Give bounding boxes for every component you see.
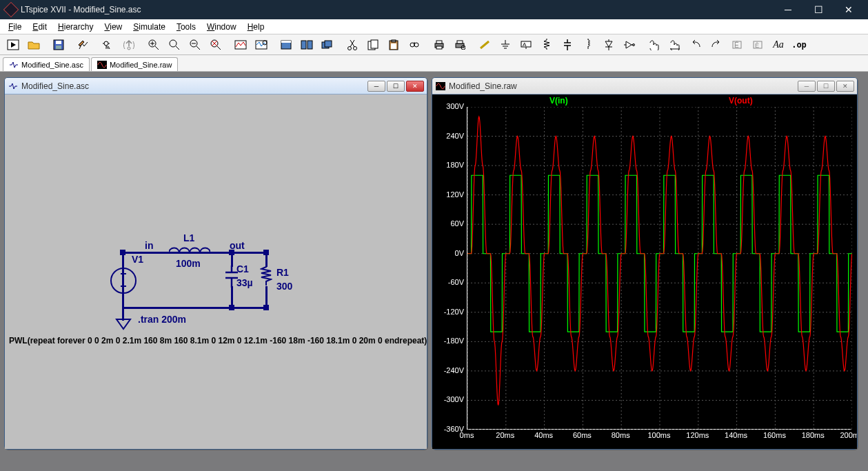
voltage-source-symbol[interactable]: [110, 267, 137, 294]
draw-wire-button[interactable]: [475, 37, 494, 53]
plot-area[interactable]: [467, 107, 851, 430]
move-button[interactable]: [645, 37, 664, 53]
y-axis-tick: -120V: [432, 308, 464, 316]
svg-rect-33: [457, 41, 463, 43]
schematic-titlebar[interactable]: Modified_Sine.asc ─ ☐ ✕: [5, 78, 427, 94]
x-axis-tick: 160ms: [760, 431, 788, 439]
net-label-in[interactable]: in: [145, 240, 153, 251]
svg-rect-46: [229, 305, 234, 310]
plot-canvas[interactable]: V(in) V(out) 300V240V180V120V60V0V-60V-1…: [432, 94, 857, 449]
autorange-y-button[interactable]: [252, 37, 271, 53]
svg-rect-19: [325, 41, 332, 47]
open-button[interactable]: [24, 37, 43, 53]
inductor-name[interactable]: L1: [183, 232, 194, 243]
resistor-button[interactable]: [537, 37, 556, 53]
child-minimize-button[interactable]: ─: [798, 81, 816, 92]
tile-windows-button[interactable]: [276, 37, 296, 53]
diode-button[interactable]: [599, 37, 618, 53]
mirror-button[interactable]: Ê: [748, 37, 767, 53]
capacitor-value[interactable]: 33µ: [236, 277, 253, 288]
redo-button[interactable]: [707, 37, 726, 53]
svg-rect-23: [371, 40, 378, 48]
zoom-out-button[interactable]: [185, 37, 205, 53]
resistor-value[interactable]: 300: [276, 281, 292, 292]
print-button[interactable]: [430, 37, 449, 53]
menu-file[interactable]: File: [3, 21, 27, 33]
svg-rect-47: [263, 305, 269, 310]
label-net-button[interactable]: A: [516, 37, 536, 53]
node: [263, 249, 270, 256]
menu-edit[interactable]: Edit: [27, 21, 52, 33]
new-schematic-button[interactable]: [3, 37, 23, 53]
menu-view[interactable]: View: [99, 21, 128, 33]
control-panel-button[interactable]: [74, 37, 93, 53]
mdi-client-area[interactable]: Modified_Sine.asc ─ ☐ ✕: [0, 72, 868, 471]
menu-tools[interactable]: Tools: [171, 21, 201, 33]
app-logo-icon: [3, 2, 19, 18]
ground-button[interactable]: [496, 37, 515, 53]
spice-directive-tran[interactable]: .tran 200m: [138, 314, 186, 325]
wire[interactable]: [122, 307, 267, 309]
waveform-icon: [97, 61, 107, 69]
zoom-fit-button[interactable]: [206, 37, 225, 53]
autorange-x-button[interactable]: [231, 37, 250, 53]
paste-button[interactable]: [384, 37, 403, 53]
menu-help[interactable]: Help: [242, 21, 270, 33]
zoom-in-button[interactable]: [144, 37, 163, 53]
y-axis-tick: -300V: [432, 395, 464, 403]
plot-titlebar[interactable]: Modified_Sine.raw ─ ☐ ✕: [432, 78, 857, 94]
spice-directive-button[interactable]: .op: [789, 37, 809, 53]
inductor-button[interactable]: [578, 37, 598, 53]
close-button[interactable]: ✕: [834, 0, 864, 19]
schematic-window[interactable]: Modified_Sine.asc ─ ☐ ✕: [4, 77, 427, 450]
spice-directive-pwl[interactable]: PWL(repeat forever 0 0 2m 0 2.1m 160 8m …: [9, 336, 427, 345]
drag-button[interactable]: [665, 37, 685, 53]
ground-symbol[interactable]: [115, 315, 132, 330]
menu-window[interactable]: Window: [201, 21, 242, 33]
tab-waveform[interactable]: Modified_Sine.raw: [91, 57, 179, 71]
net-label-out[interactable]: out: [230, 240, 245, 251]
maximize-button[interactable]: ☐: [803, 0, 834, 19]
undo-button[interactable]: [686, 37, 705, 53]
close-windows-button[interactable]: [318, 37, 337, 53]
y-axis-tick: 180V: [432, 161, 464, 169]
inductor-symbol[interactable]: [169, 245, 210, 259]
svg-rect-17: [307, 41, 312, 49]
child-minimize-button[interactable]: ─: [367, 81, 385, 92]
tab-schematic[interactable]: Modified_Sine.asc: [3, 57, 90, 71]
menu-simulate[interactable]: Simulate: [128, 21, 171, 33]
schematic-canvas[interactable]: in L1 100m out V1 C1 33µ R1 300 .tran 20…: [5, 94, 427, 449]
svg-rect-15: [281, 41, 291, 43]
plot-window[interactable]: Modified_Sine.raw ─ ☐ ✕ V(in) V(out) 300…: [432, 77, 858, 450]
component-button[interactable]: [620, 37, 639, 53]
copy-button[interactable]: [363, 37, 383, 53]
capacitor-button[interactable]: [558, 37, 577, 53]
child-maximize-button[interactable]: ☐: [387, 81, 405, 92]
cut-button[interactable]: [343, 37, 362, 53]
run-button[interactable]: [99, 37, 118, 53]
rotate-button[interactable]: É: [727, 37, 747, 53]
child-close-button[interactable]: ✕: [836, 81, 854, 92]
pan-button[interactable]: [165, 37, 184, 53]
setup-button[interactable]: [450, 37, 470, 53]
legend-vin[interactable]: V(in): [549, 96, 568, 106]
y-axis-tick: 120V: [432, 190, 464, 199]
minimize-button[interactable]: ─: [773, 0, 803, 19]
legend-vout[interactable]: V(out): [729, 96, 753, 106]
svg-point-27: [410, 43, 414, 47]
capacitor-name[interactable]: C1: [236, 263, 249, 274]
resistor-name[interactable]: R1: [276, 267, 289, 278]
cascade-windows-button[interactable]: [297, 37, 316, 53]
menu-hierarchy[interactable]: Hierarchy: [52, 21, 99, 33]
text-button[interactable]: Aa: [769, 37, 788, 53]
svg-rect-26: [391, 43, 396, 49]
resistor-symbol[interactable]: [260, 265, 272, 288]
save-button[interactable]: [49, 37, 68, 53]
halt-button[interactable]: [119, 37, 139, 53]
child-maximize-button[interactable]: ☐: [817, 81, 835, 92]
y-axis-tick: -60V: [432, 278, 464, 286]
find-button[interactable]: [405, 37, 424, 53]
inductor-value[interactable]: 100m: [176, 258, 201, 269]
vsource-name[interactable]: V1: [132, 254, 143, 265]
child-close-button[interactable]: ✕: [406, 81, 424, 92]
